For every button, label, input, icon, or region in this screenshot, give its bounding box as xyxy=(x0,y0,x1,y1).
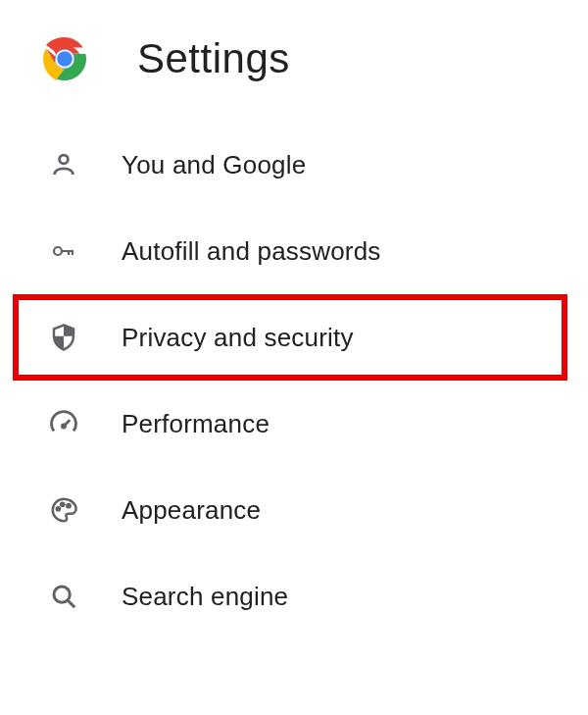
svg-line-17 xyxy=(68,600,74,607)
sidebar-item-appearance[interactable]: Appearance xyxy=(0,467,588,553)
sidebar-item-label: Search engine xyxy=(122,582,288,612)
search-icon xyxy=(47,580,80,613)
svg-point-6 xyxy=(60,155,69,164)
svg-point-14 xyxy=(61,503,64,506)
sidebar-item-label: Performance xyxy=(122,409,270,439)
svg-point-15 xyxy=(67,504,70,507)
sidebar-item-autofill[interactable]: Autofill and passwords xyxy=(0,208,588,294)
user-icon xyxy=(47,148,80,181)
sidebar-item-label: You and Google xyxy=(122,150,306,180)
svg-point-16 xyxy=(54,587,70,602)
svg-point-5 xyxy=(57,51,73,67)
sidebar-item-label: Appearance xyxy=(122,495,261,526)
key-icon xyxy=(47,234,80,268)
sidebar-item-label: Privacy and security xyxy=(122,323,354,353)
shield-icon xyxy=(47,321,80,354)
sidebar-item-you-and-google[interactable]: You and Google xyxy=(0,122,588,208)
svg-point-13 xyxy=(57,507,60,510)
svg-point-7 xyxy=(54,247,62,255)
sidebar-item-privacy-security[interactable]: Privacy and security xyxy=(0,294,588,381)
page-title: Settings xyxy=(137,35,290,82)
settings-sidebar-container: Settings You and Google Autofill a xyxy=(0,0,588,639)
speedometer-icon xyxy=(47,407,80,440)
sidebar-item-label: Autofill and passwords xyxy=(122,236,381,267)
svg-point-12 xyxy=(62,425,65,428)
sidebar-item-performance[interactable]: Performance xyxy=(0,381,588,467)
settings-header: Settings xyxy=(0,35,588,122)
palette-icon xyxy=(47,493,80,527)
chrome-logo-icon xyxy=(41,35,88,82)
sidebar-item-search-engine[interactable]: Search engine xyxy=(0,553,588,639)
settings-nav: You and Google Autofill and passwords xyxy=(0,122,588,639)
